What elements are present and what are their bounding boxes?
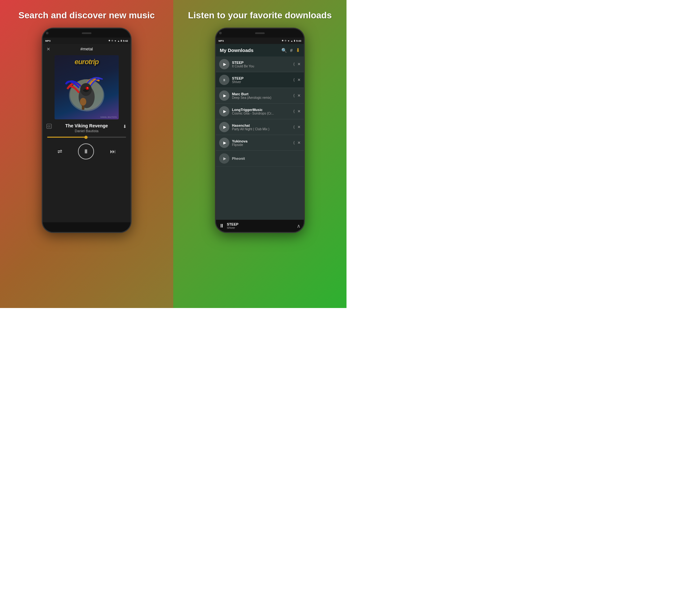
- track-text-5: Hasenchat Party All Night ( Club Mix ): [232, 123, 291, 131]
- track-song-2: Shiver: [232, 80, 291, 84]
- track-item[interactable]: ▶ STEEP It Could Be You ⟨ ✕: [216, 57, 304, 72]
- track-artist-1: STEEP: [232, 61, 291, 64]
- progress-bar[interactable]: [47, 137, 126, 138]
- right-battery-icon: ▮: [294, 39, 295, 42]
- play-icon-7: ▶: [223, 156, 226, 161]
- track-song-3: Deep Sea (Aerologic remix): [232, 96, 291, 99]
- right-signal-icon: ▼: [288, 40, 290, 42]
- np-pause-icon[interactable]: ⏸: [219, 223, 224, 229]
- remove-icon-2[interactable]: ✕: [297, 78, 301, 82]
- chevron-up-icon[interactable]: ∧: [297, 223, 301, 229]
- signal-icon: ▼: [114, 40, 117, 42]
- track-item-3[interactable]: ▶ Marc Burt Deep Sea (Aerologic remix) ⟨…: [216, 88, 304, 104]
- track-actions-5: ⟨ ✕: [293, 125, 301, 129]
- right-status-right: ✱ ⊖ ▼ ▲ ▮ 5:43: [282, 39, 301, 42]
- track-item-6[interactable]: ▶ Yukinova Flipside ⟨ ✕: [216, 135, 304, 151]
- play-button-6[interactable]: ▶: [219, 138, 230, 148]
- track-artist-3: Marc Burt: [232, 92, 291, 96]
- track-artist-6: Yukinova: [232, 139, 291, 143]
- track-info: cc The Viking Revenge Daniel Bautista ⬇: [43, 121, 131, 134]
- share-icon-2[interactable]: ⟨: [293, 78, 295, 82]
- track-text-3: Marc Burt Deep Sea (Aerologic remix): [232, 92, 291, 99]
- share-icon-6[interactable]: ⟨: [293, 141, 295, 145]
- share-icon-5[interactable]: ⟨: [293, 125, 295, 129]
- album-art: eurotrip: [55, 55, 119, 119]
- track-text-4: LongTriggerMusic Cosmic Gita - Sundrops …: [232, 108, 291, 115]
- phone-top-physical: [43, 28, 131, 38]
- player-screen: ✕ #metal eurotrip: [43, 44, 131, 222]
- play-button-5[interactable]: ▶: [219, 122, 230, 132]
- search-icon[interactable]: 🔍: [281, 48, 287, 53]
- progress-dot: [84, 136, 87, 139]
- track-item-4[interactable]: ▶ LongTriggerMusic Cosmic Gita - Sundrop…: [216, 104, 304, 119]
- progress-track: [47, 137, 126, 138]
- downloads-header-icons: 🔍 # ⬇: [281, 47, 300, 53]
- track-song-5: Party All Night ( Club Mix ): [232, 127, 291, 131]
- right-status-left: MP3: [218, 39, 224, 42]
- track-item-7[interactable]: ▶ Pheonit: [216, 151, 304, 166]
- share-icon-4[interactable]: ⟨: [293, 109, 295, 114]
- play-button-4[interactable]: ▶: [219, 106, 230, 117]
- hashtag-icon[interactable]: #: [290, 48, 293, 53]
- downloads-screen: My Downloads 🔍 # ⬇ ▶ STEEP It Could Be Y…: [216, 44, 304, 232]
- play-icon-6: ▶: [223, 141, 226, 145]
- right-status-time: 5:43: [296, 39, 301, 42]
- minus-circle-icon: ⊖: [111, 39, 113, 42]
- phone-camera: [46, 32, 48, 34]
- track-actions-6: ⟨ ✕: [293, 141, 301, 145]
- track-text-6: Yukinova Flipside: [232, 139, 291, 146]
- right-phone-speaker: [255, 33, 265, 34]
- left-status-bar: MP3 ✱ ⊖ ▼ ▲ ▮ 5:42: [43, 38, 131, 44]
- pause-icon-2: ⏸: [223, 78, 226, 82]
- status-time: 5:42: [123, 39, 128, 42]
- close-icon[interactable]: ✕: [46, 46, 51, 52]
- track-song-6: Flipside: [232, 143, 291, 146]
- right-bluetooth-icon: ✱: [282, 39, 284, 42]
- pause-button[interactable]: ⏸: [78, 143, 94, 159]
- remove-icon-1[interactable]: ✕: [297, 62, 301, 66]
- left-headline: Search and discover new music: [19, 9, 155, 21]
- mp3-badge: MP3: [45, 39, 51, 42]
- right-status-bar: MP3 ✱ ⊖ ▼ ▲ ▮ 5:43: [216, 38, 304, 44]
- battery-icon: ▮: [121, 39, 122, 42]
- pause-button-2[interactable]: ⏸: [219, 75, 230, 85]
- np-info: STEEP Shiver: [227, 222, 294, 230]
- play-icon-5: ▶: [223, 125, 226, 129]
- track-artist-4: LongTriggerMusic: [232, 108, 291, 112]
- download-all-icon[interactable]: ⬇: [296, 47, 300, 53]
- play-button-3[interactable]: ▶: [219, 91, 230, 101]
- player-header: ✕ #metal: [43, 44, 131, 54]
- track-item-5[interactable]: ▶ Hasenchat Party All Night ( Club Mix )…: [216, 119, 304, 135]
- track-text-1: STEEP It Could Be You: [232, 61, 291, 68]
- track-list: ▶ STEEP It Could Be You ⟨ ✕ ⏸: [216, 57, 304, 220]
- remove-icon-3[interactable]: ✕: [297, 93, 301, 98]
- remove-icon-4[interactable]: ✕: [297, 109, 301, 114]
- album-credit-text: DANIEL BAUTISTA: [100, 116, 117, 118]
- share-icon-3[interactable]: ⟨: [293, 93, 295, 98]
- play-icon-3: ▶: [223, 93, 226, 98]
- download-icon[interactable]: ⬇: [123, 124, 127, 129]
- track-artist-2: STEEP: [232, 76, 291, 80]
- shuffle-button[interactable]: ⇌: [57, 148, 62, 155]
- player-controls: ⇌ ⏸ ⏭: [50, 140, 124, 163]
- track-actions-2: ⟨ ✕: [293, 78, 301, 82]
- remove-icon-6[interactable]: ✕: [297, 141, 301, 145]
- np-sub: Shiver: [227, 226, 294, 230]
- play-button-1[interactable]: ▶: [219, 59, 230, 69]
- svg-point-4: [80, 98, 86, 105]
- downloads-header: My Downloads 🔍 # ⬇: [216, 44, 304, 57]
- track-item-active[interactable]: ⏸ STEEP Shiver ⟨ ✕: [216, 72, 304, 88]
- play-button-7[interactable]: ▶: [219, 153, 230, 164]
- next-button[interactable]: ⏭: [110, 148, 116, 155]
- track-artist-5: Hasenchat: [232, 123, 291, 127]
- right-headline: Listen to your favorite downloads: [188, 9, 332, 21]
- phone-bottom-bar: [43, 222, 131, 232]
- right-phone: MP3 ✱ ⊖ ▼ ▲ ▮ 5:43 My Downloads 🔍 # ⬇: [215, 27, 305, 233]
- remove-icon-5[interactable]: ✕: [297, 125, 301, 129]
- right-wifi-icon: ▲: [291, 40, 293, 42]
- bluetooth-icon: ✱: [108, 39, 111, 42]
- share-icon-1[interactable]: ⟨: [293, 62, 295, 66]
- now-playing-bar[interactable]: ⏸ STEEP Shiver ∧: [216, 220, 304, 232]
- hashtag-label: #metal: [80, 46, 93, 51]
- status-left: MP3: [45, 39, 51, 42]
